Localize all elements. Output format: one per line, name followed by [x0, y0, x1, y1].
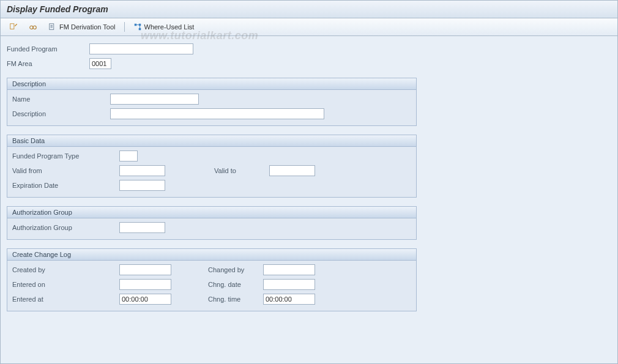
create-change-log-panel: Create Change Log Created by Changed by … — [7, 248, 417, 311]
description-panel-title: Description — [7, 78, 416, 90]
where-used-list-label: Where-Used List — [144, 23, 195, 31]
toggle-display-change-button[interactable] — [6, 21, 21, 33]
svg-rect-6 — [138, 28, 141, 31]
valid-from-label: Valid from — [12, 167, 119, 174]
authorization-group-label: Authorization Group — [12, 224, 119, 231]
funded-program-type-field — [119, 150, 138, 162]
basic-data-panel: Basic Data Funded Program Type Valid fro… — [7, 135, 417, 198]
pencil-page-icon — [9, 23, 18, 31]
valid-to-label: Valid to — [214, 167, 269, 174]
funded-program-label: Funded Program — [7, 45, 89, 53]
content-area: Funded Program FM Area Description Name … — [1, 36, 617, 319]
changed-by-field — [263, 264, 315, 275]
name-field — [110, 94, 199, 105]
authorization-group-field — [119, 222, 165, 233]
title-bar: Display Funded Program — [1, 1, 617, 18]
chng-date-field — [263, 279, 315, 290]
funded-program-type-label: Funded Program Type — [12, 152, 119, 160]
valid-from-field — [119, 165, 165, 176]
entered-on-label: Entered on — [12, 281, 119, 288]
basic-data-panel-title: Basic Data — [7, 135, 416, 147]
chng-time-label: Chng. time — [208, 295, 263, 303]
glasses-icon — [29, 23, 37, 31]
application-toolbar: FM Derivation Tool Where-Used List — [1, 18, 617, 36]
description-panel: Description Name Description — [7, 78, 417, 126]
expiration-date-field — [119, 180, 165, 191]
entered-at-field — [119, 294, 171, 305]
fm-derivation-tool-button[interactable]: FM Derivation Tool — [45, 21, 119, 33]
svg-point-2 — [33, 26, 36, 29]
authorization-group-panel-title: Authorization Group — [7, 207, 416, 218]
description-label: Description — [12, 110, 110, 117]
fm-derivation-tool-label: FM Derivation Tool — [59, 23, 116, 31]
chng-date-label: Chng. date — [208, 281, 263, 288]
svg-rect-5 — [138, 24, 141, 26]
document-tool-icon — [48, 23, 57, 31]
fm-area-label: FM Area — [7, 60, 89, 67]
entered-on-field — [119, 279, 171, 290]
chng-time-field — [263, 294, 315, 305]
expiration-date-label: Expiration Date — [12, 182, 119, 189]
created-by-label: Created by — [12, 266, 119, 273]
changed-by-label: Changed by — [208, 266, 263, 273]
valid-to-field — [269, 165, 315, 176]
where-used-icon — [133, 23, 142, 31]
svg-rect-4 — [134, 24, 136, 26]
page-title: Display Funded Program — [7, 4, 611, 14]
where-used-list-button[interactable]: Where-Used List — [130, 21, 198, 33]
authorization-group-panel: Authorization Group Authorization Group — [7, 206, 417, 240]
create-change-log-panel-title: Create Change Log — [7, 249, 416, 261]
svg-rect-0 — [10, 24, 14, 29]
toolbar-separator — [124, 22, 125, 32]
funded-program-input[interactable] — [89, 43, 193, 54]
svg-point-1 — [30, 26, 33, 29]
created-by-field — [119, 264, 171, 275]
description-field — [110, 108, 324, 119]
entered-at-label: Entered at — [12, 295, 119, 303]
fm-area-field — [89, 58, 111, 69]
other-object-button[interactable] — [25, 21, 41, 33]
name-label: Name — [12, 95, 110, 103]
